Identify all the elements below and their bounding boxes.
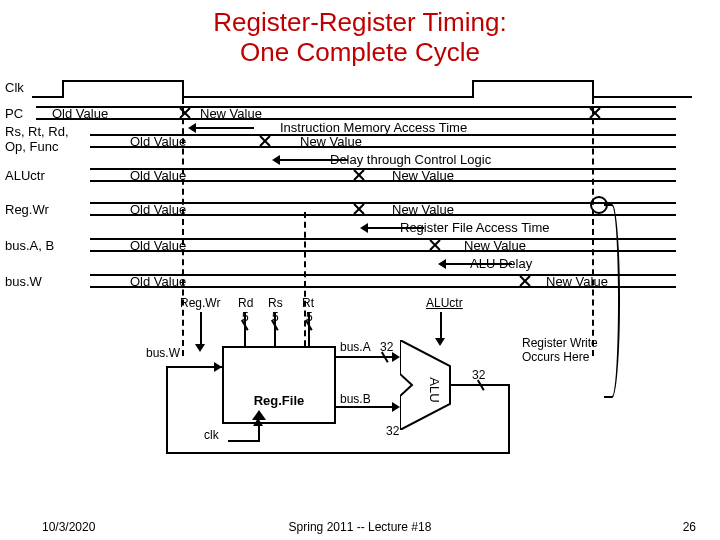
alu-text: ALU — [427, 377, 442, 402]
dp-regwr-label: Reg.Wr — [180, 296, 220, 310]
dp-rt: Rt — [302, 296, 314, 310]
label-pc: PC — [5, 106, 23, 121]
timeline-pc — [36, 106, 676, 120]
arrow-down-icon — [195, 344, 205, 352]
footer-page: 26 — [683, 520, 696, 534]
aluctr-old: Old Value — [130, 168, 186, 183]
pc-old: Old Value — [52, 106, 108, 121]
dp-32-b: 32 — [386, 424, 399, 438]
dp-busb: bus.B — [340, 392, 371, 406]
label-busab: bus.A, B — [5, 238, 54, 253]
label-regwr: Reg.Wr — [5, 202, 49, 217]
ctrl-arrow-line — [280, 159, 348, 161]
pc-new: New Value — [200, 106, 262, 121]
title-line-2: One Complete Cycle — [240, 37, 480, 67]
arrow-down-2-icon — [435, 338, 445, 346]
footer-mid: Spring 2011 -- Lecture #18 — [0, 520, 720, 534]
label-aluctr: ALUctr — [5, 168, 45, 183]
dp-rs: Rs — [268, 296, 283, 310]
regfile-box: Reg.File — [222, 346, 336, 424]
im-arrow-line — [196, 127, 254, 129]
reg-write-note: Register Write Occurs Here — [522, 336, 598, 364]
rs-old: Old Value — [130, 134, 186, 149]
datapath: Reg.Wr Rd Rs Rt 5 5 5 Rw Ra Rb Reg.File … — [140, 296, 600, 496]
regfile-label: Reg.File — [224, 393, 334, 408]
busab-old: Old Value — [130, 238, 186, 253]
label-clk: Clk — [5, 80, 24, 95]
title-line-1: Register-Register Timing: — [213, 7, 506, 37]
im-access-label: Instruction Memory Access Time — [280, 120, 467, 135]
alu-arrow-line — [446, 263, 512, 265]
ctrl-delay-label: Delay through Control Logic — [330, 152, 491, 167]
dp-busw: bus.W — [146, 346, 180, 360]
rf-arrow-line — [368, 227, 424, 229]
dp-rd: Rd — [238, 296, 253, 310]
regwr-new: New Value — [392, 202, 454, 217]
rs-new: New Value — [300, 134, 362, 149]
label-busw: bus.W — [5, 274, 42, 289]
dp-clk: clk — [204, 428, 219, 442]
aluctr-new: New Value — [392, 168, 454, 183]
clk-waveform — [32, 80, 692, 100]
busab-new: New Value — [464, 238, 526, 253]
label-rs: Rs, Rt, Rd, Op, Func — [5, 124, 69, 154]
busw-new: New Value — [546, 274, 608, 289]
busw-old: Old Value — [130, 274, 186, 289]
dp-busa: bus.A — [340, 340, 371, 354]
regwr-old: Old Value — [130, 202, 186, 217]
dp-aluctr: ALUctr — [426, 296, 463, 310]
feedback-arc — [604, 204, 620, 398]
